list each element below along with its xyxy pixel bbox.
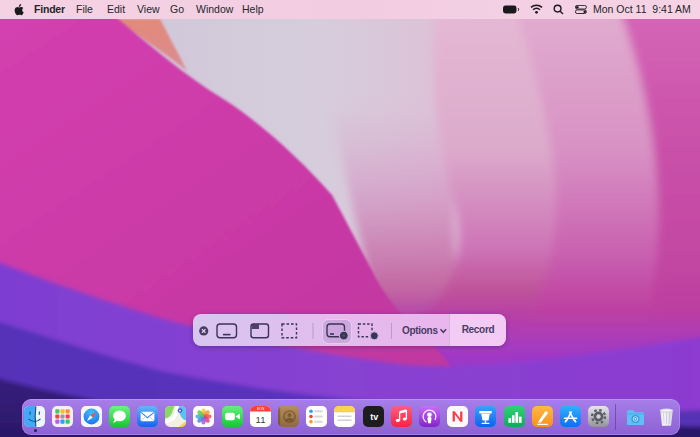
svg-text:tv: tv xyxy=(370,412,378,422)
svg-text:Options: Options xyxy=(402,325,438,336)
svg-text:MON: MON xyxy=(256,407,264,411)
svg-text:11: 11 xyxy=(255,414,265,425)
